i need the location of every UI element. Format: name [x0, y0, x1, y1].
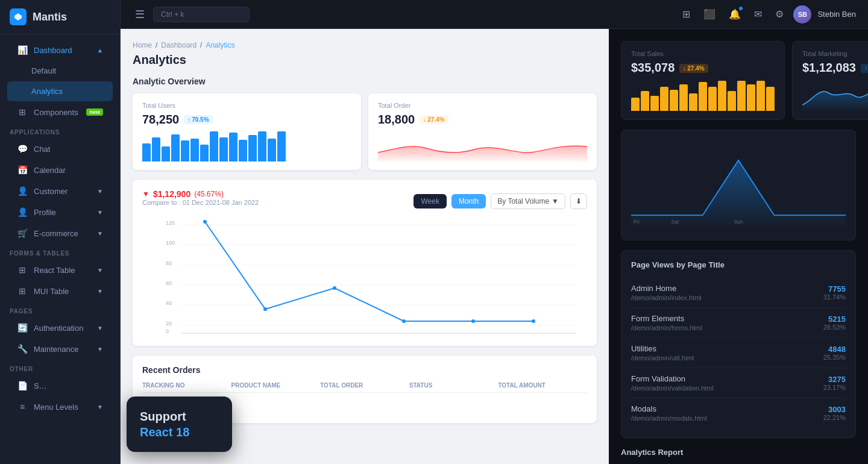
pv-count-4: 3003 — [823, 405, 846, 414]
month-button[interactable]: Month — [451, 194, 486, 208]
sidebar-item-mui-table[interactable]: ⊞ MUI Table ▼ — [7, 281, 113, 301]
pv-count-2: 4848 — [823, 345, 846, 354]
recent-orders-title: Recent Orders — [142, 365, 587, 375]
notifications-button[interactable]: 🔔 — [725, 5, 744, 24]
income-overview-card: ▼ $1,12,900 (45.67%) Compare to : 01 Dec… — [133, 180, 597, 346]
pv-name-0: Admin Home — [631, 284, 702, 293]
sidebar-item-calendar[interactable]: 📅 Calendar — [7, 160, 113, 180]
chat-icon: 💬 — [17, 144, 28, 154]
sidebar-item-components[interactable]: ⊞ Components new — [7, 102, 113, 122]
svg-text:100: 100 — [166, 240, 175, 246]
sidebar-item-chat[interactable]: 💬 Chat — [7, 139, 113, 159]
dashboard-icon: 📊 — [17, 45, 28, 55]
pv-count-0: 7755 — [823, 284, 846, 293]
app-name: Mantis — [33, 11, 67, 24]
page-views-title: Page Views by Page Title — [631, 260, 846, 269]
chevron-volume: ▼ — [552, 197, 559, 205]
sidebar-item-react-table[interactable]: ⊞ React Table ▼ — [7, 260, 113, 280]
dark-card-marketing: Total Marketing $1,12,083 ↑ 70.5% — [792, 41, 868, 120]
menu-icon: ≡ — [17, 402, 28, 412]
chevron-menu: ▼ — [97, 404, 103, 410]
avatar[interactable]: SB — [793, 5, 811, 24]
settings-button[interactable]: ⚙ — [772, 5, 787, 24]
orders-table-header: Tracking No Product Name Total Order Sta… — [142, 382, 587, 393]
volume-select[interactable]: By Total Volume ▼ — [491, 193, 565, 209]
sidebar: Mantis 📊 Dashboard ▲ Default Analytics ⊞… — [0, 0, 121, 464]
sidebar-item-menu-levels[interactable]: ≡ Menu Levels ▼ — [7, 397, 113, 417]
support-popup[interactable]: Support React 18 — [127, 397, 232, 452]
week-button[interactable]: Week — [414, 194, 446, 208]
breadcrumb-dashboard[interactable]: Dashboard — [161, 41, 197, 49]
pv-name-2: Utilities — [631, 344, 694, 353]
sidebar-item-dashboard[interactable]: 📊 Dashboard ▲ — [7, 40, 113, 60]
messages-button[interactable]: ✉ — [750, 5, 766, 24]
breadcrumb: Home / Dashboard / Analytics — [133, 41, 597, 49]
components-icon: ⊞ — [17, 107, 28, 117]
mui-table-icon: ⊞ — [17, 286, 28, 296]
marketing-label: Total Marketing — [802, 50, 868, 57]
svg-point-25 — [532, 319, 535, 323]
logo[interactable]: Mantis — [0, 0, 120, 34]
content-area: Home / Dashboard / Analytics Analytics A… — [121, 29, 868, 464]
users-chart — [142, 131, 351, 161]
support-text-line1: Support — [140, 410, 186, 423]
section-other: Other — [0, 360, 120, 375]
income-controls: Week Month By Total Volume ▼ ⬇ — [414, 193, 587, 209]
section-forms-tables: Forms & Tables — [0, 244, 120, 259]
chevron-up-icon: ▲ — [97, 47, 103, 54]
pv-url-3: /demo/admin/validation.html — [631, 384, 714, 392]
users-value: 78,250 — [142, 113, 179, 127]
stat-card-orders: Total Order 18,800 ↓ 27.4% — [368, 93, 597, 170]
orders-label: Total Order — [378, 102, 587, 109]
apps-button[interactable]: ⊞ — [679, 5, 694, 24]
svg-text:40: 40 — [166, 300, 172, 306]
income-header: ▼ $1,12,900 (45.67%) Compare to : 01 Dec… — [142, 189, 587, 213]
pv-name-1: Form Elements — [631, 314, 702, 323]
maintenance-icon: 🔧 — [17, 344, 28, 354]
react-table-icon: ⊞ — [17, 265, 28, 275]
chevron-auth: ▼ — [97, 325, 103, 331]
pv-url-4: /demo/admin/modals.html — [631, 415, 707, 422]
search-input[interactable] — [153, 7, 250, 22]
sidebar-item-sample[interactable]: 📄 S… — [7, 375, 113, 396]
breadcrumb-analytics: Analytics — [206, 41, 234, 49]
pv-pct-0: 31.74% — [823, 293, 846, 301]
pv-url-2: /demo/admin/util.html — [631, 354, 694, 362]
download-button[interactable]: ⬇ — [570, 193, 587, 209]
income-percentage: (45.67%) — [194, 190, 224, 198]
col-total-order: Total Order — [320, 382, 409, 389]
sidebar-item-analytics[interactable]: Analytics — [7, 81, 113, 101]
down-sales-icon: ↓ — [683, 65, 686, 72]
screen-button[interactable]: ⬛ — [700, 5, 719, 24]
breadcrumb-home[interactable]: Home — [133, 41, 152, 49]
sidebar-item-maintenance[interactable]: 🔧 Maintenance ▼ — [7, 339, 113, 359]
page-views-card: Page Views by Page Title Admin Home /dem… — [621, 250, 856, 438]
sidebar-item-authentication[interactable]: 🔄 Authentication ▼ — [7, 318, 113, 338]
dark-stat-cards: Total Sales $35,078 ↓ 27.4% — [621, 41, 856, 120]
svg-text:120: 120 — [166, 220, 175, 226]
sidebar-item-ecommerce[interactable]: 🛒 E-commerce ▼ — [7, 223, 113, 243]
income-value-text: $1,12,900 — [153, 189, 190, 199]
svg-point-24 — [471, 319, 475, 323]
profile-icon: 👤 — [17, 207, 28, 217]
pv-url-0: /demo/admin/index.html — [631, 294, 702, 301]
sidebar-item-profile[interactable]: 👤 Profile ▼ — [7, 202, 113, 222]
users-badge: ↑ 70.5% — [184, 115, 212, 124]
section-pages: Pages — [0, 302, 120, 317]
marketing-chart — [802, 81, 868, 111]
orders-chart — [378, 131, 587, 161]
svg-text:Fri: Fri — [634, 219, 640, 225]
stat-card-users: Total Users 78,250 ↑ 70.5% — [133, 93, 361, 170]
sidebar-item-customer[interactable]: 👤 Customer ▼ — [7, 181, 113, 201]
user-name[interactable]: Stebin Ben — [817, 10, 856, 19]
sidebar-item-default[interactable]: Default — [7, 61, 113, 81]
dark-card-sales: Total Sales $35,078 ↓ 27.4% — [621, 41, 785, 120]
income-chart: 120 100 80 60 40 20 0 — [142, 216, 587, 336]
content-dark: Total Sales $35,078 ↓ 27.4% — [609, 29, 868, 464]
menu-toggle-button[interactable]: ☰ — [133, 5, 147, 24]
section-applications: Applications — [0, 123, 120, 138]
svg-text:20: 20 — [166, 321, 172, 327]
chevron-maintenance: ▼ — [97, 346, 103, 353]
marketing-value: $1,12,083 — [802, 61, 856, 75]
col-status: Status — [409, 382, 498, 389]
